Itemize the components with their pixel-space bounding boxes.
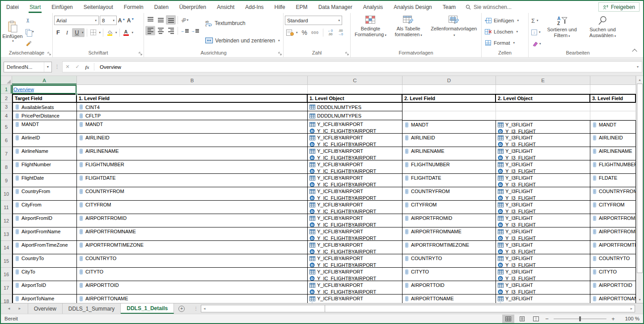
percent-style-button[interactable]: % xyxy=(301,28,309,37)
cell-D6[interactable]: AIRLINEID xyxy=(402,134,496,147)
cell-F13[interactable]: AIRPORTFROMNAME xyxy=(590,227,636,241)
cell-B10[interactable]: COUNTRYFROM xyxy=(77,187,308,201)
cell-E13[interactable]: Y_I3FLIGHTDY_I3_FLIGHT xyxy=(496,227,590,241)
clipboard-dialog-launcher[interactable] xyxy=(47,52,51,56)
ribbon-tab-einf-gen[interactable]: Einfügen xyxy=(46,1,78,13)
header-cell-target-field[interactable]: Target Field xyxy=(12,94,77,103)
cell-B7[interactable]: AIRLINENAME xyxy=(77,147,308,160)
underline-button[interactable]: U▾ xyxy=(72,28,85,37)
formula-input[interactable]: Overview xyxy=(96,64,634,70)
cell-F7[interactable]: AIRLINENAME xyxy=(590,147,636,160)
cell-B4[interactable]: CFLTP xyxy=(77,111,308,120)
ribbon-tab-analysis-design[interactable]: Analysis Design xyxy=(388,1,437,13)
cell-C18[interactable]: Y_ICFLIBYAIRPORTDY_IC_FLIGHTBYAIRPORT xyxy=(308,295,402,303)
ribbon-tab-formeln[interactable]: Formeln xyxy=(119,1,149,13)
cell-E15[interactable]: Y_I3FLIGHTDY_I3_FLIGHT xyxy=(496,254,590,268)
ribbon-tab-start[interactable]: Start xyxy=(24,1,46,13)
cell-D7[interactable]: AIRLINENAME xyxy=(402,147,496,160)
cell-D14[interactable]: AIPORTFROMTIMEZONE xyxy=(402,241,496,254)
cell-E7[interactable]: Y_I3FLIGHTDY_I3_FLIGHT xyxy=(496,147,590,160)
cell-C3[interactable]: DDDDLNUMTYPES xyxy=(308,103,402,111)
cell-A5[interactable]: MANDT xyxy=(12,120,77,134)
column-header-f[interactable] xyxy=(590,76,636,85)
row-header-5[interactable]: 5 xyxy=(1,120,12,134)
ribbon-tab-datei[interactable]: Datei xyxy=(1,1,24,13)
row-header-3[interactable]: 3 xyxy=(1,103,12,111)
cell-F5[interactable]: MANDT xyxy=(590,120,636,134)
row-header-4[interactable]: 4 xyxy=(1,111,12,120)
cell-F16[interactable]: CITYTO xyxy=(590,268,636,281)
cell-F10[interactable]: COUNTRYFROM xyxy=(590,187,636,201)
find-select-button[interactable]: Suchen und Auswählen▾ xyxy=(582,14,624,39)
cell-B17[interactable]: AIRPORTTOID xyxy=(77,281,308,295)
font-color-button[interactable]: A xyxy=(122,28,130,37)
collapse-ribbon-button[interactable] xyxy=(632,48,637,53)
cell-B15[interactable]: COUNTRYTO xyxy=(77,254,308,268)
ribbon-tab-seitenlayout[interactable]: Seitenlayout xyxy=(78,1,119,13)
cell-C5[interactable]: Y_ICFLIBYAIRPORTDY_IC_FLIGHTBYAIRPORT xyxy=(308,120,402,134)
number-dialog-launcher[interactable] xyxy=(345,52,349,56)
cell-C10[interactable]: Y_ICFLIBYAIRPORTDY_IC_FLIGHTBYAIRPORT xyxy=(308,187,402,201)
zoom-slider-thumb[interactable] xyxy=(579,316,581,321)
borders-button[interactable] xyxy=(89,28,97,37)
cell-D16[interactable]: CITYTO xyxy=(402,268,496,281)
cell-A7[interactable]: AirlineName xyxy=(12,147,77,160)
cell-D8[interactable]: FLIGHTNUMBER xyxy=(402,160,496,174)
row-header-12[interactable]: 12 xyxy=(1,214,12,227)
italic-button[interactable]: I xyxy=(63,28,71,37)
share-button[interactable]: Freigeben xyxy=(598,2,640,12)
header-cell-1-level-field[interactable]: 1. Level Field xyxy=(77,94,308,103)
cell-F9[interactable]: FLDATE xyxy=(590,174,636,187)
cell-C15[interactable]: Y_ICFLIBYAIRPORTDY_IC_FLIGHTBYAIRPORT xyxy=(308,254,402,268)
cell-F11[interactable]: CITYFROM xyxy=(590,201,636,214)
cell-B6[interactable]: AIRLINEID xyxy=(77,134,308,147)
name-box[interactable]: DefinedN... ▼ xyxy=(4,62,52,72)
cancel-button[interactable]: ✕ xyxy=(63,64,72,70)
cell-B14[interactable]: AIPORTFROMTIMEZONE xyxy=(77,241,308,254)
cell-A9[interactable]: FlightDate xyxy=(12,174,77,187)
scroll-up-arrow[interactable]: ▲ xyxy=(636,76,643,83)
select-all-button[interactable] xyxy=(1,76,12,85)
header-cell-2-level-field[interactable]: 2. Level Field xyxy=(402,94,496,103)
cell-A11[interactable]: CityFrom xyxy=(12,201,77,214)
ribbon-tab-ansicht[interactable]: Ansicht xyxy=(212,1,240,13)
cell-F17[interactable]: AIRPORTTOID xyxy=(590,281,636,295)
row-header-6[interactable]: 6 xyxy=(1,134,12,147)
cell-A13[interactable]: AirportFromName xyxy=(12,227,77,241)
cell-E8[interactable]: Y_I3FLIGHTDY_I3_FLIGHT xyxy=(496,160,590,174)
vertical-scrollbar[interactable]: ▲ ▼ xyxy=(636,76,643,303)
format-as-table-button[interactable]: Als Tabelle formatieren▾ xyxy=(389,14,428,38)
grow-font-button[interactable]: A▲ xyxy=(118,16,126,25)
row-header-14[interactable]: 14 xyxy=(1,241,12,254)
expand-formula-bar-button[interactable]: ▼ xyxy=(634,65,642,68)
font-family-select[interactable]: Arial▾ xyxy=(54,16,99,25)
cell-C12[interactable]: Y_ICFLIBYAIRPORTDY_IC_FLIGHTBYAIRPORT xyxy=(308,214,402,227)
tab-scroll-splitter[interactable]: ⋮ xyxy=(194,306,198,311)
row-header-7[interactable]: 7 xyxy=(1,147,12,160)
cell-a1[interactable]: Overview xyxy=(12,85,77,94)
paste-button[interactable]: Einfügen ▾ xyxy=(2,14,23,50)
row-header-13[interactable]: 13 xyxy=(1,227,12,241)
cell-F15[interactable]: COUNTRYTO xyxy=(590,254,636,268)
cell-F8[interactable]: FLIGHTNUMBER xyxy=(590,160,636,174)
ribbon-tab-add-ins[interactable]: Add-Ins xyxy=(240,1,269,13)
cell-E18[interactable]: Y_I3FLIGHTDY_I3_FLIGHT xyxy=(496,295,590,303)
cell-E5[interactable]: Y_I3FLIGHTDY_I3_FLIGHT xyxy=(496,120,590,134)
cell-A6[interactable]: AirlineID xyxy=(12,134,77,147)
cell-E17[interactable]: Y_I3FLIGHTDY_I3_FLIGHT xyxy=(496,281,590,295)
row-header-1[interactable]: 1 xyxy=(1,85,12,94)
format-painter-button[interactable] xyxy=(24,38,35,47)
page-break-view-button[interactable] xyxy=(530,315,542,323)
cell-B18[interactable]: AIRPORTTONAME xyxy=(77,295,308,303)
cell-D1[interactable] xyxy=(402,85,496,94)
font-dialog-launcher[interactable] xyxy=(139,52,143,56)
ribbon-tab-hilfe[interactable]: Hilfe xyxy=(269,1,291,13)
sort-filter-button[interactable]: AZ Sortieren und Filtern▾ xyxy=(542,14,582,39)
orientation-button[interactable]: ab▾ xyxy=(180,15,190,25)
cell-A12[interactable]: AirportFromID xyxy=(12,214,77,227)
cell-A4[interactable]: PricePerDistance xyxy=(12,111,77,120)
cell-E3[interactable] xyxy=(496,103,590,111)
sheet-tab-overview[interactable]: Overview xyxy=(28,303,63,314)
cell-B9[interactable]: FLIGHTDATE xyxy=(77,174,308,187)
zoom-out-button[interactable]: − xyxy=(544,316,550,322)
